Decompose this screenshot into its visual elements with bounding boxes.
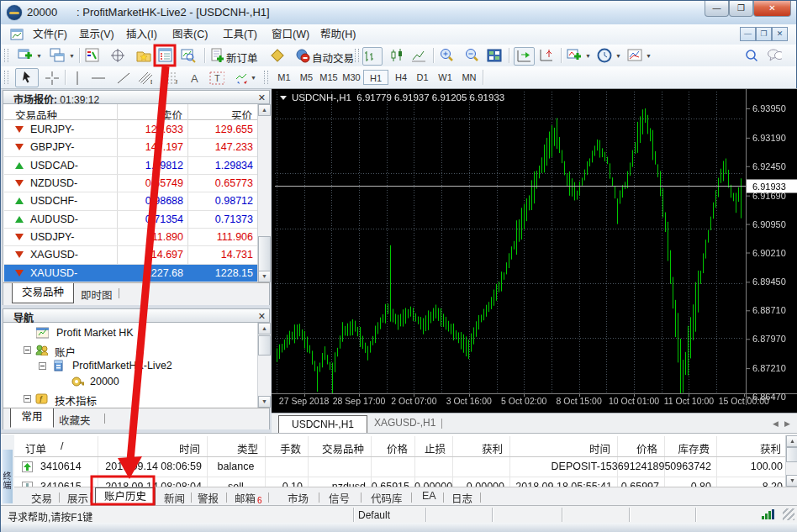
terminal-tab-EA[interactable]: EA — [422, 490, 436, 502]
mw-row-XAUUSD-[interactable]: XAUUSD-1227.681228.15 — [4, 265, 258, 282]
terminal-tab-交易[interactable]: 交易 — [31, 490, 52, 506]
mw-row-NZDUSD-[interactable]: NZDUSD-0.657490.65773 — [4, 175, 258, 192]
terminal-tab-信号[interactable]: 信号 — [329, 490, 350, 506]
terminal-scrollbar[interactable]: ▲ ▼ — [785, 435, 797, 487]
market-watch-button[interactable] — [85, 48, 100, 63]
line-chart-mode-button[interactable] — [411, 48, 426, 63]
child-close-button[interactable]: ✕ — [772, 27, 788, 41]
tile-windows-button[interactable] — [487, 48, 502, 63]
indicators-button[interactable] — [567, 48, 582, 63]
candle-chart-mode-button[interactable] — [389, 48, 404, 63]
cursor-tool-button[interactable] — [15, 68, 39, 87]
mw-row-USDJPY-[interactable]: USDJPY-111.890111.906 — [4, 229, 258, 246]
market-watch-scrollbar[interactable]: ▲ ▼ — [257, 104, 271, 282]
new-chart-button[interactable] — [18, 48, 33, 63]
maximize-button[interactable]: ❐ — [729, 1, 753, 17]
label-tool-button[interactable]: T — [209, 71, 224, 86]
crosshair-tool-button[interactable] — [45, 71, 60, 86]
mw-row-EURJPY-[interactable]: EURJPY-129.633129.655 — [4, 121, 258, 139]
child-minimize-button[interactable]: — — [740, 27, 756, 41]
bar-chart-mode-button[interactable] — [362, 47, 383, 66]
terminal-col-5[interactable]: 价格 — [371, 440, 408, 456]
scrollbar-thumb[interactable] — [258, 335, 271, 356]
terminal-col-3[interactable]: 手数 — [265, 440, 301, 456]
menu-1[interactable]: 显示(V) — [79, 28, 114, 42]
terminal-tab-邮箱[interactable]: 邮箱 — [235, 490, 256, 506]
metaeditor-button[interactable] — [270, 48, 285, 63]
new-chart-dropdown[interactable]: ▼ — [36, 53, 42, 59]
chart-tab-usdcnh[interactable]: USDCNH-,H1 — [278, 415, 367, 435]
trendline-tool-button[interactable] — [115, 71, 130, 86]
timeframe-M5[interactable]: M5 — [296, 70, 317, 85]
scrollbar-thumb[interactable] — [258, 236, 271, 271]
timeframe-M15[interactable]: M15 — [318, 70, 340, 85]
tab-favorites[interactable]: 收藏夹 — [59, 412, 91, 428]
terminal-col-2[interactable]: 类型 — [207, 440, 258, 456]
status-profile[interactable]: Default — [358, 509, 390, 521]
terminal-col-6[interactable]: 止损 — [414, 440, 446, 456]
chart-shift-button[interactable] — [539, 48, 554, 63]
child-restore-button[interactable]: ❐ — [756, 27, 772, 41]
scrollbar-thumb[interactable] — [786, 447, 797, 462]
hline-tool-button[interactable] — [90, 71, 105, 86]
profiles-button[interactable] — [50, 48, 65, 63]
terminal-tab-日志[interactable]: 日志 — [451, 490, 472, 506]
menu-6[interactable]: 帮助(H) — [320, 28, 356, 42]
navigator-scrollbar[interactable]: ▲ ▼ — [257, 323, 271, 408]
terminal-tab-警报[interactable]: 警报 — [198, 490, 219, 506]
auto-scroll-button[interactable] — [514, 47, 535, 66]
terminal-col-7[interactable]: 获利 — [452, 440, 503, 456]
profiles-dropdown[interactable]: ▼ — [69, 53, 75, 59]
expand-icon[interactable] — [39, 362, 46, 370]
templates-button[interactable] — [627, 48, 642, 63]
tab-symbols[interactable]: 交易品种 — [12, 283, 74, 303]
timeframe-M1[interactable]: M1 — [273, 70, 295, 85]
tab-common[interactable]: 常用 — [10, 408, 54, 428]
timeframe-M30[interactable]: M30 — [340, 70, 362, 85]
terminal-col-4[interactable]: 交易品种 — [308, 440, 364, 456]
market-watch-close-icon[interactable]: ✕ — [258, 92, 266, 103]
tab-tick-chart[interactable]: 即时图 — [81, 287, 113, 303]
arrows-tool-button[interactable] — [234, 71, 249, 86]
scroll-down-icon[interactable]: ▼ — [786, 475, 797, 487]
chart-window-icon[interactable] — [10, 28, 24, 41]
menu-0[interactable]: 文件(F) — [33, 28, 67, 42]
menu-5[interactable]: 窗口(W) — [272, 28, 309, 42]
timeframe-H1[interactable]: H1 — [363, 70, 388, 85]
search-icon[interactable] — [744, 48, 759, 63]
terminal-tab-展示[interactable]: 展示 — [67, 490, 88, 506]
terminal-col-8[interactable]: 时间 — [509, 440, 610, 456]
scroll-up-icon[interactable]: ▲ — [786, 435, 797, 447]
minimize-button[interactable]: — — [705, 1, 729, 17]
periods-button[interactable] — [597, 48, 612, 63]
channel-tool-button[interactable]: E — [137, 71, 152, 86]
indicators-dropdown[interactable]: ▼ — [585, 53, 591, 59]
terminal-tab-市场[interactable]: 市场 — [288, 490, 309, 506]
menu-2[interactable]: 插入(I) — [126, 28, 157, 42]
strategy-tester-button[interactable] — [181, 48, 196, 63]
expand-icon[interactable] — [24, 346, 31, 354]
templates-dropdown[interactable]: ▼ — [646, 53, 652, 59]
terminal-col-11[interactable]: 获利 — [716, 440, 781, 456]
terminal-col-1[interactable]: 时间 — [98, 440, 200, 456]
terminal-tab-账户历史[interactable]: 账户历史 — [95, 487, 156, 507]
mw-row-USDCHF-[interactable]: USDCHF-0.986880.98712 — [4, 192, 258, 210]
tab-scroll-left-icon[interactable]: ◀ — [773, 419, 779, 428]
expand-icon[interactable] — [24, 395, 31, 403]
new-order-icon[interactable] — [210, 48, 225, 63]
chart-tab-xagusd[interactable]: XAGUSD-,H1 — [374, 417, 435, 429]
autotrading-button[interactable] — [295, 48, 310, 63]
terminal-col-0[interactable]: 订单 — [25, 440, 46, 456]
scroll-down-icon[interactable]: ▼ — [258, 271, 271, 282]
close-button[interactable]: ✕ — [753, 1, 791, 17]
zoom-in-button[interactable] — [439, 48, 454, 63]
text-tool-button[interactable]: A — [187, 71, 203, 86]
nav-item-2[interactable]: ProfitMarketHK-Live2 — [4, 359, 256, 375]
fibonacci-tool-button[interactable]: F — [162, 71, 177, 86]
nav-item-3[interactable]: 20000 — [4, 375, 256, 391]
arrows-tool-dropdown[interactable]: ▼ — [251, 75, 256, 81]
nav-item-1[interactable]: 账户 — [4, 343, 256, 359]
terminal-col-10[interactable]: 库存费 — [664, 440, 710, 456]
autotrading-label[interactable]: 自动交易 — [312, 50, 354, 66]
nav-item-4[interactable]: f技术指标 — [4, 392, 256, 408]
